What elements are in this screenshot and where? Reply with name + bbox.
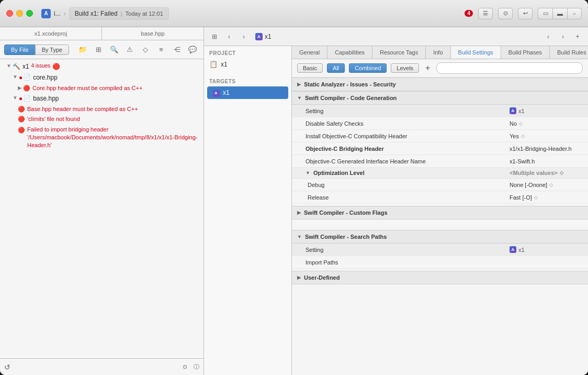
- nav-back-btn[interactable]: ‹: [223, 31, 235, 42]
- tree-item-base[interactable]: ▼ ● 📄 base.hpp: [0, 93, 203, 104]
- tree-item-base-error3[interactable]: 🔴 Failed to import bridging header '/Use…: [0, 125, 203, 151]
- opt-level-header[interactable]: ▼ Optimization Level <Multiple values> ◇: [292, 168, 588, 179]
- debug-stepper[interactable]: ◇: [549, 182, 553, 188]
- tab-build-phases[interactable]: Build Phases: [501, 46, 550, 59]
- all-filter-btn[interactable]: All: [327, 63, 345, 73]
- opt-arrow: ▼: [306, 170, 310, 175]
- tree-item-x1[interactable]: ▼ 🔨 x1 4 issues 🔴: [0, 61, 203, 72]
- sidebar-refresh-btn[interactable]: ↺: [4, 363, 10, 371]
- static-analyzer-header[interactable]: ▶ Static Analyzer - Issues - Security: [292, 78, 588, 91]
- grid-icon[interactable]: ⊞: [208, 31, 221, 42]
- install-objc-stepper[interactable]: ◇: [521, 134, 525, 139]
- opt-level-label: Optimization Level: [313, 170, 365, 176]
- x1-icon: 🔨: [13, 62, 20, 71]
- target-icon: A: [212, 89, 220, 97]
- debug-label: Debug: [308, 182, 510, 188]
- basic-filter-btn[interactable]: Basic: [297, 63, 323, 73]
- bridging-header-text: x1/x1-Bridging-Header.h: [510, 146, 572, 152]
- opt-level-stepper[interactable]: ◇: [560, 170, 563, 175]
- user-defined-header[interactable]: ▶ User-Defined: [292, 271, 588, 284]
- core-error-icon: 🔴: [23, 84, 30, 92]
- filter-add-btn[interactable]: +: [423, 63, 432, 73]
- search-col-label: Setting: [297, 247, 510, 253]
- tab-capabilities[interactable]: Capabilities: [327, 46, 372, 59]
- objc-interface-row[interactable]: Objective-C Generated Interface Header N…: [292, 155, 588, 168]
- nav-right-btn[interactable]: ›: [557, 31, 569, 42]
- tree-item-core[interactable]: ▼ ● 📄 core.hpp: [0, 72, 203, 83]
- right-panel: ⊞ ‹ › A x1 ‹ › + PROJECT: [204, 27, 588, 375]
- tree-item-base-error2[interactable]: 🔴 'climits' file not found: [0, 114, 203, 124]
- debug-row[interactable]: Debug None [-Onone] ◇: [292, 179, 588, 191]
- debug-value: None [-Onone] ◇: [510, 182, 583, 188]
- tab-general[interactable]: General: [292, 46, 327, 59]
- import-paths-row[interactable]: Import Paths: [292, 256, 588, 269]
- title-bar: A i... › Build x1: Failed | Today at 12:…: [0, 0, 588, 27]
- core-icon: 📄: [24, 73, 31, 81]
- project-item[interactable]: 📋 x1: [204, 58, 291, 70]
- target-item[interactable]: A x1: [207, 86, 288, 99]
- tab-build-rules[interactable]: Build Rules: [550, 46, 588, 59]
- diamond-icon[interactable]: ◇: [139, 44, 152, 56]
- tab-info[interactable]: Info: [426, 46, 450, 59]
- base-e1-icon: 🔴: [18, 105, 25, 113]
- nav-left-btn[interactable]: ‹: [542, 31, 555, 42]
- disable-safety-row[interactable]: Disable Safety Checks No ◇: [292, 117, 588, 130]
- content-split: PROJECT 📋 x1 TARGETS A x1: [204, 46, 588, 375]
- clock-button[interactable]: ⊙: [498, 8, 513, 19]
- tab-bar: General Capabilities Resource Tags Info …: [292, 46, 588, 59]
- search-col-x1: x1: [518, 247, 525, 253]
- nav-plus-btn[interactable]: +: [571, 31, 584, 42]
- nav-fwd-btn[interactable]: ›: [238, 31, 250, 42]
- find-icon[interactable]: 🔍: [107, 44, 121, 56]
- branch-icon[interactable]: ⋲: [170, 44, 184, 56]
- back-button[interactable]: ↩: [518, 8, 533, 19]
- by-file-button[interactable]: By File: [4, 45, 35, 55]
- tab-resource-tags[interactable]: Resource Tags: [372, 46, 426, 59]
- warning-icon[interactable]: ⚠: [123, 44, 137, 56]
- chat-icon[interactable]: 💬: [186, 44, 199, 56]
- close-button[interactable]: [6, 10, 13, 17]
- view-btn-1[interactable]: ▭: [538, 8, 552, 19]
- col-x1-label: x1: [518, 108, 525, 114]
- lines-button[interactable]: ☰: [478, 8, 493, 19]
- swift-codegen-header[interactable]: ▼ Swift Compiler - Code Generation: [292, 91, 588, 105]
- right-content: General Capabilities Resource Tags Info …: [292, 46, 588, 375]
- base-e1-msg: Base.hpp header must be compiled as C++: [27, 105, 138, 113]
- title-bar-right: 4 ☰ ⊙ ↩ ▭ ▬ ▫: [465, 8, 582, 19]
- levels-filter-btn[interactable]: Levels: [391, 63, 419, 73]
- add-target-icon[interactable]: ⊞: [92, 44, 105, 56]
- install-objc-label: Install Objective-C Compatibility Header: [297, 133, 510, 139]
- swift-search-header[interactable]: ▼ Swift Compiler - Search Paths: [292, 230, 588, 244]
- base-icon: 📄: [24, 94, 31, 102]
- project-file-icon: 📋: [209, 60, 218, 68]
- release-stepper[interactable]: ◇: [534, 195, 538, 200]
- traffic-lights: [6, 10, 33, 17]
- view-btn-3[interactable]: ▫: [567, 8, 582, 19]
- filter-search-input[interactable]: [436, 62, 583, 74]
- lines2-icon[interactable]: ≡: [154, 44, 168, 56]
- install-objc-row[interactable]: Install Objective-C Compatibility Header…: [292, 130, 588, 142]
- settings-col-header: Setting A x1: [292, 105, 588, 117]
- by-type-button[interactable]: By Type: [35, 45, 70, 55]
- target-xcode-icon: A: [212, 90, 220, 97]
- tree-item-core-error[interactable]: ▶ 🔴 Core.hpp header must be compiled as …: [0, 83, 203, 93]
- title-section: A i... › Build x1: Failed | Today at 12:…: [41, 7, 169, 20]
- bridging-header-row[interactable]: Objective-C Bridging Header x1/x1-Bridgi…: [292, 142, 588, 155]
- build-status-text: Build x1: Failed: [75, 10, 118, 17]
- build-settings-area: Basic All Combined Levels + ▶ Static Ana…: [292, 59, 588, 375]
- view-btn-2[interactable]: ▬: [552, 8, 567, 19]
- disable-safety-text: No: [510, 120, 517, 127]
- tab-build-settings[interactable]: Build Settings: [451, 46, 501, 59]
- release-row[interactable]: Release Fast [-O] ◇: [292, 191, 588, 204]
- folder-icon[interactable]: 📁: [76, 44, 89, 56]
- disable-safety-stepper[interactable]: ◇: [519, 121, 523, 126]
- import-paths-label: Import Paths: [297, 259, 510, 266]
- minimize-button[interactable]: [16, 10, 23, 17]
- swift-custom-flags-header[interactable]: ▶ Swift Compiler - Custom Flags: [292, 206, 588, 219]
- setting-col-label: Setting: [297, 108, 510, 114]
- maximize-button[interactable]: [26, 10, 33, 17]
- tree-item-base-error1[interactable]: 🔴 Base.hpp header must be compiled as C+…: [0, 104, 203, 114]
- disable-safety-value: No ◇: [510, 120, 583, 127]
- combined-filter-btn[interactable]: Combined: [349, 63, 387, 73]
- debug-text: None [-Onone]: [510, 182, 547, 188]
